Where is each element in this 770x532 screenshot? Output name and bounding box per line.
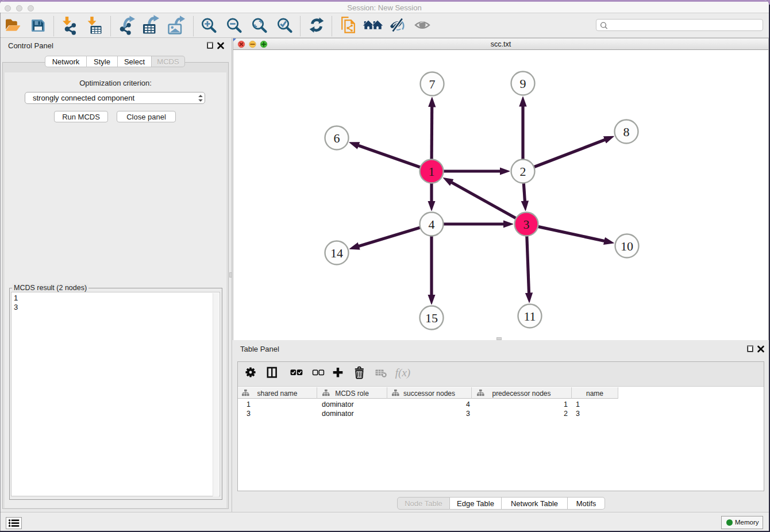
svg-text:8: 8 (623, 125, 630, 139)
svg-text:9: 9 (520, 76, 526, 91)
svg-text:14: 14 (330, 246, 343, 260)
svg-text:2: 2 (520, 164, 526, 179)
svg-text:6: 6 (334, 131, 340, 145)
svg-text:10: 10 (621, 239, 633, 253)
svg-text:4: 4 (429, 217, 435, 232)
svg-text:15: 15 (425, 311, 438, 325)
svg-text:3: 3 (523, 217, 530, 232)
svg-text:1: 1 (429, 164, 435, 179)
svg-text:f(x): f(x) (395, 367, 410, 379)
svg-text:11: 11 (523, 309, 536, 323)
svg-text:7: 7 (429, 77, 436, 91)
